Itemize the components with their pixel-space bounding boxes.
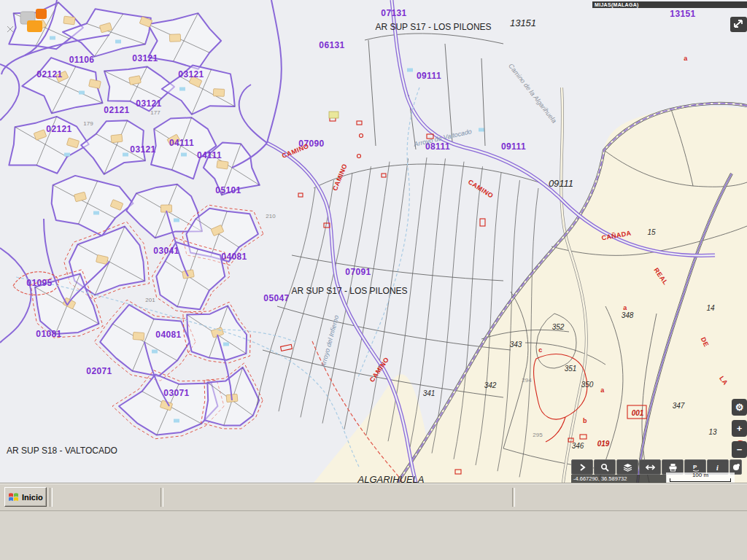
zoom-search-button[interactable] <box>594 459 616 475</box>
scale-bar: 100 m <box>666 472 735 483</box>
window-title-bar: MIJAS(MALAGA) <box>592 1 747 8</box>
start-label: Inicio <box>22 493 43 502</box>
measure-button[interactable] <box>639 459 661 475</box>
map-canvas <box>0 0 747 483</box>
collapse-panel-button[interactable] <box>571 459 593 475</box>
diagonal-arrows-icon <box>732 18 745 29</box>
info-icon: i <box>713 463 722 472</box>
zoom-out-button[interactable]: − <box>732 441 747 458</box>
screen: 0713106131091110110603121021210312103121… <box>0 0 747 560</box>
svg-text:P: P <box>693 464 697 470</box>
divider <box>160 488 163 507</box>
chevron-right-icon <box>578 463 587 472</box>
pin-p-icon: P <box>691 463 700 472</box>
desktop-area <box>0 510 747 560</box>
start-button[interactable]: Inicio <box>4 487 47 507</box>
windows-logo-icon <box>8 492 20 502</box>
hand-icon <box>732 463 740 472</box>
taskbar: Inicio ▶ C✓✉◆✿●CB↻✕ 18:13 01/08/2 <box>0 483 747 511</box>
scale-label: 100 m <box>666 472 735 478</box>
printer-icon <box>668 463 678 472</box>
map-zoom-controls: ⚙ + − <box>732 399 747 462</box>
scale-bracket <box>670 478 731 482</box>
fullscreen-button[interactable] <box>730 17 747 32</box>
horizontal-arrows-icon <box>646 463 655 472</box>
divider <box>50 488 53 507</box>
layers-button[interactable] <box>616 459 638 475</box>
svg-text:i: i <box>716 464 719 472</box>
layers-icon <box>623 463 632 472</box>
magnifier-icon <box>600 463 609 472</box>
settings-button[interactable]: ⚙ <box>732 399 747 416</box>
zoom-in-button[interactable]: + <box>732 420 747 437</box>
divider <box>512 488 515 507</box>
map-viewport[interactable]: 0713106131091110110603121021210312103121… <box>0 0 747 483</box>
coordinates-readout: -4.667290, 36.589732 <box>571 475 667 483</box>
